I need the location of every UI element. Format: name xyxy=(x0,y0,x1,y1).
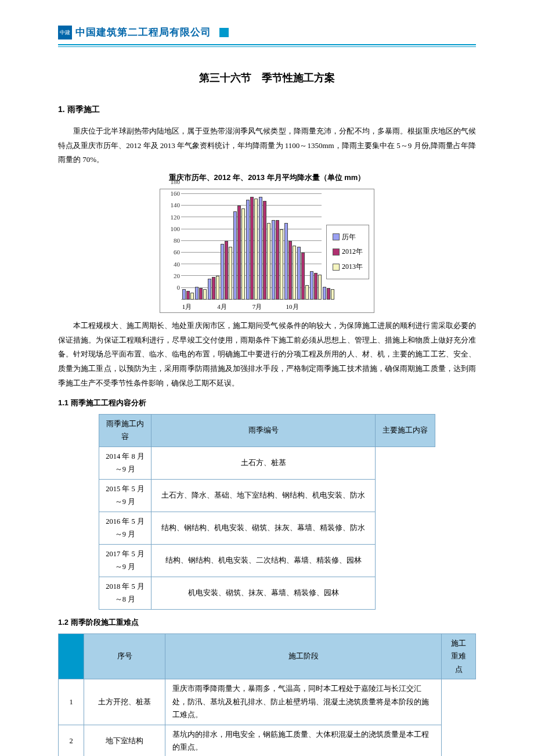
table-header: 序号 xyxy=(84,633,165,679)
swatch-icon xyxy=(333,233,340,240)
bar xyxy=(190,293,194,300)
bar xyxy=(203,289,207,300)
bar xyxy=(250,197,254,300)
y-axis-tick: 180 xyxy=(165,175,180,188)
bar xyxy=(267,223,270,299)
x-axis-tick: 10月 xyxy=(286,301,299,313)
section-heading-1: 1. 雨季施工 xyxy=(58,102,476,117)
bar xyxy=(212,277,215,299)
bar xyxy=(323,287,326,300)
bar xyxy=(318,275,322,299)
document-title: 第三十六节 季节性施工方案 xyxy=(58,68,476,88)
bar xyxy=(305,285,309,300)
swatch-icon xyxy=(333,249,340,255)
table-rainy-season-content: 雨季施工内容 雨季编号 主要施工内容 2014 年 8 月～9 月土石方、桩基2… xyxy=(99,414,435,610)
legend-item: 2012年 xyxy=(333,245,363,258)
y-axis-tick: 40 xyxy=(165,258,180,270)
cell-seq: 1 xyxy=(59,679,84,725)
y-axis-tick: 160 xyxy=(165,188,180,200)
bar xyxy=(208,279,211,299)
y-axis-tick: 60 xyxy=(165,246,180,258)
cell-seq: 2 xyxy=(59,725,84,756)
table-row: 2014 年 8 月～9 月土石方、桩基 xyxy=(99,447,435,479)
bar xyxy=(331,289,334,300)
table-row: 2017 年 5 月～9 月结构、钢结构、机电安装、二次结构、幕墙、精装修、园林 xyxy=(99,544,435,577)
header-rule-thick xyxy=(58,44,476,45)
cell-period: 2018 年 5 月～8 月 xyxy=(99,577,151,609)
cell-phase: 土方开挖、桩基 xyxy=(84,679,165,725)
page-header: 中建 中国建筑第二工程局有限公司 xyxy=(58,23,476,42)
bar xyxy=(310,271,313,300)
bar xyxy=(186,291,190,300)
cell-period: 2014 年 8 月～9 月 xyxy=(99,447,151,479)
bar xyxy=(221,244,224,300)
bar-group xyxy=(195,287,207,300)
table-row: 1土方开挖、桩基重庆市雨季降雨量大，暴雨多，气温高，同时本工程处于嘉陵江与长江交… xyxy=(59,679,476,725)
y-axis-tick: 140 xyxy=(165,199,180,211)
bar xyxy=(327,288,330,300)
bar xyxy=(280,229,283,300)
bar xyxy=(263,201,266,300)
bar xyxy=(301,253,305,300)
bar xyxy=(195,287,199,300)
y-axis-tick: 80 xyxy=(165,235,180,247)
bar-group xyxy=(310,271,322,300)
table-header: 施工阶段 xyxy=(165,633,442,679)
table-construction-difficulties: 序号 施工阶段 施工重难点 1土方开挖、桩基重庆市雨季降雨量大，暴雨多，气温高，… xyxy=(58,633,476,756)
x-axis-tick: 4月 xyxy=(217,301,227,313)
company-name: 中国建筑第二工程局有限公司 xyxy=(75,23,211,42)
bar-group xyxy=(284,223,296,299)
bar xyxy=(272,220,275,300)
bar xyxy=(216,276,219,299)
company-logo-icon: 中建 xyxy=(58,26,72,39)
y-axis-tick: 20 xyxy=(165,269,180,282)
header-rule-thin xyxy=(58,46,476,47)
swatch-icon xyxy=(333,264,340,271)
precipitation-chart: 020406080100120140160180 1月4月7月10月 历年 20… xyxy=(160,189,374,313)
section-heading-1-1: 1.1 雨季施工工程内容分析 xyxy=(58,396,476,411)
cell-content: 机电安装、砌筑、抹灰、幕墙、精装修、园林 xyxy=(151,577,376,609)
legend-item: 2013年 xyxy=(333,260,363,273)
x-axis-tick: 1月 xyxy=(182,301,192,313)
bar-group xyxy=(272,220,283,300)
bar-group xyxy=(246,197,258,300)
paragraph-body: 本工程规模大、施工周期长、地处重庆闹市区，施工期间受气候条件的响较大，为保障施工… xyxy=(58,319,476,390)
legend-label: 历年 xyxy=(342,231,356,244)
table-header: 施工重难点 xyxy=(442,633,476,679)
cell-content: 结构、钢结构、机电安装、二次结构、幕墙、精装修、园林 xyxy=(151,544,376,577)
chart-legend: 历年 2012年 2013年 xyxy=(326,225,369,279)
cell-period: 2016 年 5 月～9 月 xyxy=(99,512,151,544)
table-row: 2018 年 5 月～8 月机电安装、砌筑、抹灰、幕墙、精装修、园林 xyxy=(99,577,435,609)
cell-content: 土石方、降水、基础、地下室结构、钢结构、机电安装、防水 xyxy=(151,479,376,512)
bar xyxy=(246,200,250,300)
table-row: 2016 年 5 月～9 月结构、钢结构、机电安装、砌筑、抹灰、幕墙、精装修、防… xyxy=(99,512,435,544)
chart-plot-area: 020406080100120140160180 1月4月7月10月 xyxy=(165,194,323,310)
paragraph-intro: 重庆位于北半球副热带内陆地区，属于亚热带湿润季风气候类型，降雨量充沛，分配不均，… xyxy=(58,124,476,167)
bar-group xyxy=(182,289,194,300)
table-row: 2015 年 5 月～9 月土石方、降水、基础、地下室结构、钢结构、机电安装、防… xyxy=(99,479,435,512)
cell-content: 结构、钢结构、机电安装、砌筑、抹灰、幕墙、精装修、防水 xyxy=(151,512,376,544)
cell-desc: 基坑内的排水，用电安全，钢筋施工质量、大体积混凝土的浇筑质量是本工程的重点。 xyxy=(165,725,442,756)
table-row: 2地下室结构基坑内的排水，用电安全，钢筋施工质量、大体积混凝土的浇筑质量是本工程… xyxy=(59,725,476,756)
table-row-label: 雨季施工内容 xyxy=(99,414,151,447)
legend-label: 2012年 xyxy=(342,245,363,258)
cell-content: 土石方、桩基 xyxy=(151,447,376,479)
bar-group xyxy=(208,276,219,299)
bar xyxy=(229,247,232,300)
bar xyxy=(314,273,317,300)
bar xyxy=(293,246,296,300)
bar xyxy=(182,289,186,300)
bar xyxy=(237,206,241,300)
bar xyxy=(199,288,203,300)
bar xyxy=(259,197,262,300)
chart-title: 重庆市历年、2012 年、2013 年月平均降水量（单位 mm） xyxy=(58,171,476,185)
cell-period: 2017 年 5 月～9 月 xyxy=(99,544,151,577)
table-header: 雨季编号 xyxy=(151,414,376,447)
bar-group xyxy=(297,247,309,300)
bar xyxy=(288,241,292,300)
bar xyxy=(225,241,228,300)
x-axis-tick: 7月 xyxy=(252,301,262,313)
decor-square-icon xyxy=(219,28,229,37)
bar xyxy=(297,247,301,300)
legend-label: 2013年 xyxy=(342,260,363,273)
